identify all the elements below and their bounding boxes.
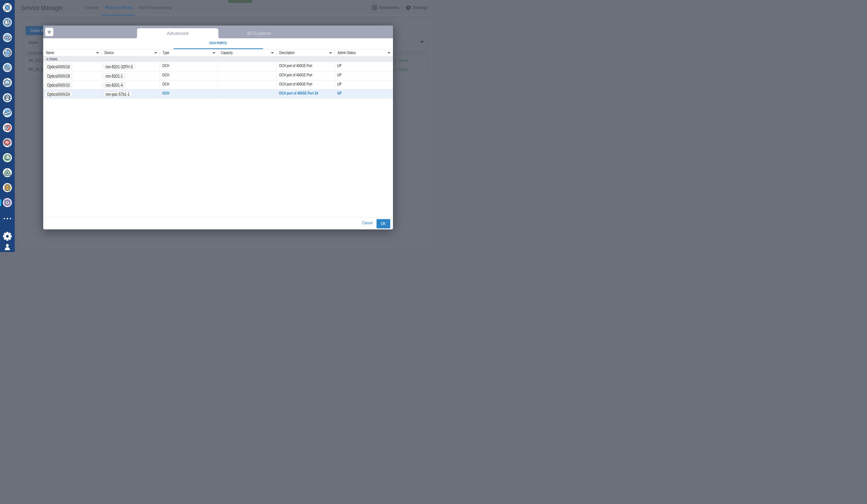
svg-text:SHQL: SHQL xyxy=(4,36,11,39)
